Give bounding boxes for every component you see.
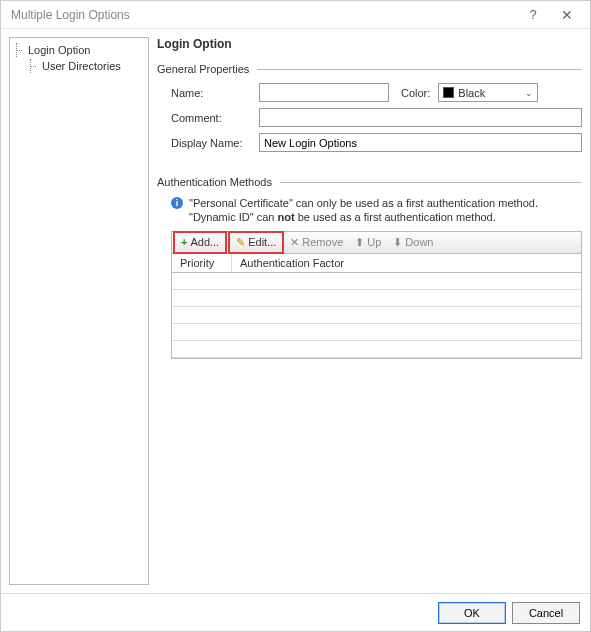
plus-icon: +: [181, 236, 187, 248]
name-label: Name:: [171, 87, 251, 99]
comment-input[interactable]: [259, 108, 582, 127]
arrow-down-icon: ⬇: [393, 236, 402, 249]
tree-item-label: Login Option: [28, 44, 90, 56]
grid-row-empty[interactable]: [172, 324, 581, 341]
divider: [257, 69, 582, 70]
auth-grid[interactable]: Priority Authentication Factor: [171, 254, 582, 359]
grid-row-empty[interactable]: [172, 290, 581, 307]
grid-row-empty[interactable]: [172, 273, 581, 290]
chevron-down-icon: ⌄: [525, 88, 533, 98]
name-input[interactable]: [259, 83, 389, 102]
down-button[interactable]: ⬇ Down: [387, 232, 439, 253]
pencil-icon: ✎: [236, 236, 245, 249]
edit-button[interactable]: ✎ Edit...: [228, 231, 284, 254]
remove-button[interactable]: ✕ Remove: [284, 232, 349, 253]
comment-label: Comment:: [171, 112, 251, 124]
arrow-up-icon: ⬆: [355, 236, 364, 249]
color-dropdown[interactable]: Black ⌄: [438, 83, 538, 102]
grid-body: [172, 273, 581, 358]
cancel-button[interactable]: Cancel: [512, 602, 580, 624]
window-title: Multiple Login Options: [11, 8, 516, 22]
page-title: Login Option: [157, 37, 582, 51]
color-swatch-icon: [443, 87, 454, 98]
col-priority[interactable]: Priority: [172, 254, 232, 272]
grid-row-empty[interactable]: [172, 341, 581, 358]
auth-toolbar: + Add... ✎ Edit... ✕ Remove ⬆: [171, 231, 582, 254]
dialog-footer: OK Cancel: [1, 593, 590, 631]
color-label: Color:: [401, 87, 430, 99]
section-title-auth: Authentication Methods: [157, 176, 272, 188]
grid-row-empty[interactable]: [172, 307, 581, 324]
section-auth: Authentication Methods i "Personal Certi…: [157, 176, 582, 359]
tree-item-label: User Directories: [42, 60, 121, 72]
close-button[interactable]: ✕: [550, 2, 584, 28]
tree-connector-icon: [16, 43, 24, 57]
add-button[interactable]: + Add...: [173, 231, 227, 254]
color-value: Black: [458, 87, 485, 99]
tree-item-login-option[interactable]: Login Option: [16, 42, 142, 58]
info-text: "Personal Certificate" can only be used …: [189, 196, 538, 225]
dialog-window: Multiple Login Options ? ✕ Login Option …: [0, 0, 591, 632]
displayname-label: Display Name:: [171, 137, 251, 149]
up-button[interactable]: ⬆ Up: [349, 232, 387, 253]
grid-header: Priority Authentication Factor: [172, 254, 581, 273]
close-icon: ✕: [561, 7, 573, 23]
remove-icon: ✕: [290, 236, 299, 249]
help-button[interactable]: ?: [516, 2, 550, 28]
titlebar: Multiple Login Options ? ✕: [1, 1, 590, 29]
divider: [280, 182, 582, 183]
dialog-body: Login Option User Directories Login Opti…: [1, 29, 590, 593]
ok-button[interactable]: OK: [438, 602, 506, 624]
section-general: General Properties Name: Color: Black ⌄: [157, 63, 582, 158]
sidebar-tree[interactable]: Login Option User Directories: [9, 37, 149, 585]
displayname-input[interactable]: [259, 133, 582, 152]
help-icon: ?: [529, 7, 536, 22]
section-title-general: General Properties: [157, 63, 249, 75]
main-panel: Login Option General Properties Name: Co…: [157, 37, 582, 585]
col-factor[interactable]: Authentication Factor: [232, 254, 581, 272]
tree-connector-icon: [30, 59, 38, 73]
tree-item-user-directories[interactable]: User Directories: [16, 58, 142, 74]
info-icon: i: [171, 197, 183, 209]
